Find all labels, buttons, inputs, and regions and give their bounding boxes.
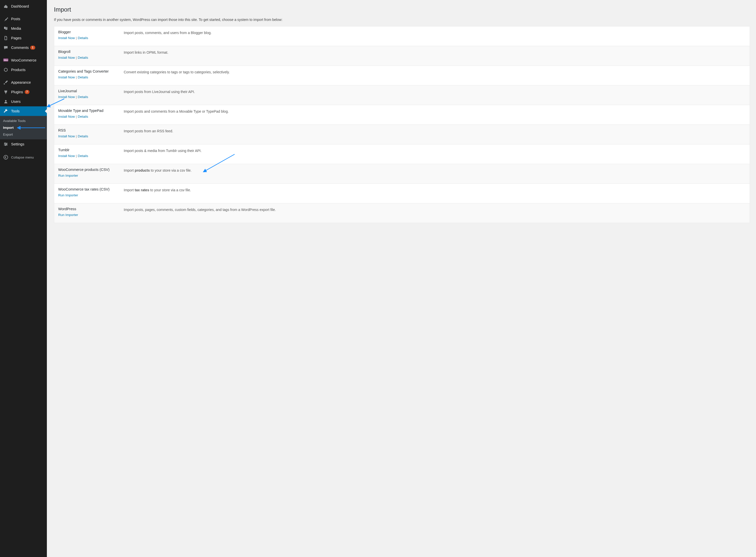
submenu-item-export[interactable]: Export <box>0 131 47 138</box>
install-now-link[interactable]: Install Now <box>58 134 75 138</box>
sidebar-item-pages[interactable]: Pages <box>0 33 47 43</box>
importer-left: LiveJournalInstall Now|Details <box>58 89 124 99</box>
sidebar-item-label: Media <box>11 26 21 30</box>
desc-pre: Import <box>124 168 135 172</box>
sidebar-item-label: WooCommerce <box>11 58 36 62</box>
importer-actions: Run Importer <box>58 213 124 217</box>
sidebar-item-dashboard[interactable]: Dashboard <box>0 1 47 11</box>
importer-row: WooCommerce products (CSV)Run ImporterIm… <box>54 164 750 184</box>
sidebar-item-woocommerce[interactable]: Woo WooCommerce <box>0 55 47 65</box>
importer-left: BloggerInstall Now|Details <box>58 30 124 40</box>
importer-left: TumblrInstall Now|Details <box>58 148 124 158</box>
svg-rect-9 <box>5 144 6 146</box>
run-importer-link[interactable]: Run Importer <box>58 213 78 217</box>
importer-row: BloggerInstall Now|DetailsImport posts, … <box>54 26 750 46</box>
importer-actions: Install Now|Details <box>58 36 124 40</box>
sidebar-item-settings[interactable]: Settings <box>0 139 47 149</box>
desc-bold: tax rates <box>135 188 149 192</box>
svg-rect-8 <box>6 143 7 145</box>
products-icon <box>3 67 8 72</box>
install-now-link[interactable]: Install Now <box>58 95 75 99</box>
run-importer-link[interactable]: Run Importer <box>58 174 78 177</box>
importer-row: TumblrInstall Now|DetailsImport posts & … <box>54 144 750 164</box>
details-link[interactable]: Details <box>78 134 88 138</box>
details-link[interactable]: Details <box>78 76 88 79</box>
separator: | <box>76 154 77 158</box>
desc-post: to your store via a csv file. <box>149 188 191 192</box>
importer-table: BloggerInstall Now|DetailsImport posts, … <box>54 26 750 223</box>
settings-icon <box>3 141 8 147</box>
collapse-menu-button[interactable]: Collapse menu <box>0 152 47 163</box>
importer-description: Import posts from LiveJournal using thei… <box>124 89 195 99</box>
importer-description: Import products to your store via a csv … <box>124 168 191 177</box>
install-now-link[interactable]: Install Now <box>58 115 75 118</box>
importer-title: WooCommerce products (CSV) <box>58 168 124 172</box>
separator: | <box>76 134 77 138</box>
sidebar-item-plugins[interactable]: Plugins 7 <box>0 87 47 97</box>
importer-left: Categories and Tags ConverterInstall Now… <box>58 69 124 79</box>
media-icon <box>3 26 8 31</box>
separator: | <box>76 56 77 59</box>
importer-actions: Run Importer <box>58 193 124 197</box>
importer-row: WooCommerce tax rates (CSV)Run ImporterI… <box>54 184 750 203</box>
user-icon <box>3 99 8 104</box>
svg-point-10 <box>4 155 8 159</box>
submenu-item-available-tools[interactable]: Available Tools <box>0 117 47 124</box>
importer-description: Import posts, comments, and users from a… <box>124 30 212 40</box>
importer-actions: Install Now|Details <box>58 95 124 99</box>
importer-title: Categories and Tags Converter <box>58 69 124 74</box>
importer-left: Movable Type and TypePadInstall Now|Deta… <box>58 109 124 118</box>
importer-title: Tumblr <box>58 148 124 152</box>
importer-row: BlogrollInstall Now|DetailsImport links … <box>54 46 750 66</box>
importer-description: Import tax rates to your store via a csv… <box>124 187 191 197</box>
dashboard-icon <box>3 3 8 9</box>
details-link[interactable]: Details <box>78 56 88 59</box>
importer-actions: Install Now|Details <box>58 115 124 118</box>
importer-title: WooCommerce tax rates (CSV) <box>58 187 124 191</box>
desc-post: to your store via a csv file. <box>150 168 191 172</box>
details-link[interactable]: Details <box>78 154 88 158</box>
svg-text:Woo: Woo <box>4 59 8 61</box>
sidebar-item-comments[interactable]: Comments 1 <box>0 43 47 52</box>
separator: | <box>76 76 77 79</box>
importer-description: Import posts from an RSS feed. <box>124 128 173 138</box>
sidebar-item-tools[interactable]: Tools <box>0 106 47 116</box>
sidebar-item-label: Tools <box>11 109 20 113</box>
importer-left: WooCommerce tax rates (CSV)Run Importer <box>58 187 124 197</box>
importer-title: RSS <box>58 128 124 132</box>
details-link[interactable]: Details <box>78 95 88 99</box>
importer-description: Import posts, pages, comments, custom fi… <box>124 207 276 217</box>
importer-title: Blogger <box>58 30 124 34</box>
pin-icon <box>3 16 8 22</box>
details-link[interactable]: Details <box>78 115 88 118</box>
install-now-link[interactable]: Install Now <box>58 56 75 59</box>
sidebar-item-label: Comments <box>11 46 29 50</box>
install-now-link[interactable]: Install Now <box>58 36 75 40</box>
plugin-icon <box>3 89 8 95</box>
main-content: Import If you have posts or comments in … <box>47 0 756 557</box>
tools-submenu: Available Tools Import Export <box>0 116 47 139</box>
sidebar-item-label: Products <box>11 68 26 72</box>
sidebar-item-label: Pages <box>11 36 22 40</box>
sidebar-item-users[interactable]: Users <box>0 97 47 106</box>
sidebar-item-media[interactable]: Media <box>0 24 47 33</box>
details-link[interactable]: Details <box>78 36 88 40</box>
separator: | <box>76 115 77 118</box>
install-now-link[interactable]: Install Now <box>58 76 75 79</box>
importer-description: Import posts and comments from a Movable… <box>124 109 229 118</box>
sidebar-item-products[interactable]: Products <box>0 65 47 75</box>
run-importer-link[interactable]: Run Importer <box>58 193 78 197</box>
collapse-icon <box>3 154 8 160</box>
importer-left: WooCommerce products (CSV)Run Importer <box>58 168 124 177</box>
admin-sidebar: Dashboard Posts Media Pages Comments 1 W… <box>0 0 47 557</box>
sidebar-item-label: Dashboard <box>11 4 29 8</box>
install-now-link[interactable]: Install Now <box>58 154 75 158</box>
svg-rect-5 <box>4 144 7 144</box>
importer-title: WordPress <box>58 207 124 211</box>
desc-pre: Import <box>124 188 135 192</box>
importer-description: Import links in OPML format. <box>124 50 168 59</box>
sidebar-item-appearance[interactable]: Appearance <box>0 78 47 87</box>
sidebar-item-posts[interactable]: Posts <box>0 14 47 24</box>
sidebar-item-label: Appearance <box>11 80 31 84</box>
submenu-item-import[interactable]: Import <box>0 124 47 131</box>
